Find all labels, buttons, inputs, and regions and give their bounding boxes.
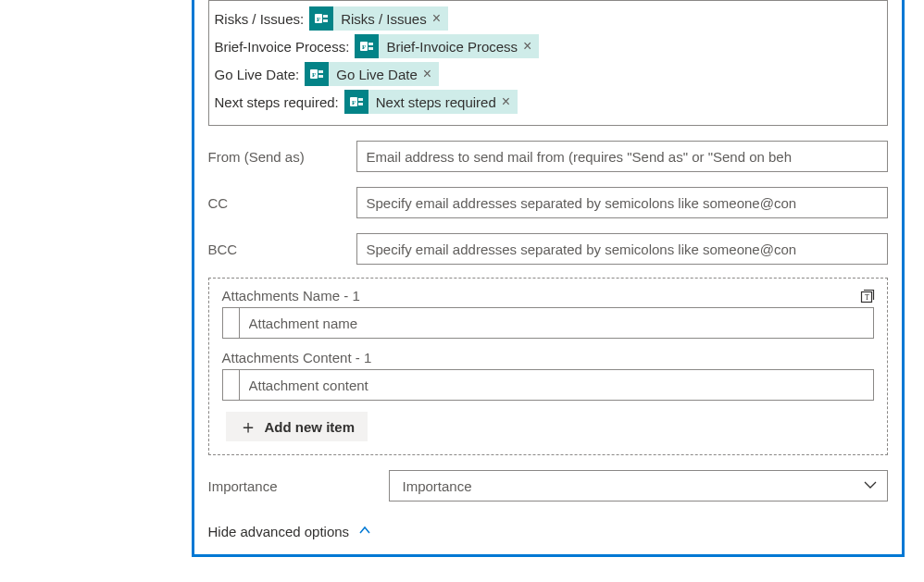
svg-rect-2: [323, 15, 328, 18]
add-new-item-label: Add new item: [265, 419, 356, 435]
attachments-name-input[interactable]: [240, 308, 873, 338]
token-text: Risks / Issues: [341, 11, 427, 27]
token-row: Brief-Invoice Process: F Brief-Invoice P…: [215, 34, 881, 58]
token-badge[interactable]: F Brief-Invoice Process ×: [355, 34, 539, 58]
svg-rect-6: [368, 43, 373, 45]
token-row: Go Live Date: F Go Live Date ×: [215, 62, 881, 86]
svg-rect-15: [358, 103, 363, 105]
token-badge[interactable]: F Next steps required ×: [344, 90, 518, 114]
forms-icon: F: [344, 90, 368, 114]
token-label: Risks / Issues:: [215, 11, 305, 27]
svg-rect-11: [318, 75, 323, 78]
token-badge[interactable]: F Go Live Date ×: [305, 62, 439, 86]
close-icon[interactable]: ×: [423, 66, 431, 82]
close-icon[interactable]: ×: [523, 38, 531, 55]
token-picker-handle[interactable]: [223, 308, 240, 338]
token-row: Risks / Issues: F Risks / Issues ×: [215, 6, 881, 31]
svg-text:F: F: [362, 43, 366, 51]
svg-text:F: F: [312, 71, 316, 79]
cc-input[interactable]: [356, 187, 888, 218]
cc-label: CC: [208, 195, 356, 211]
token-badge[interactable]: F Risks / Issues ×: [309, 6, 448, 31]
forms-icon: F: [305, 62, 329, 86]
svg-rect-7: [368, 47, 373, 50]
plus-icon: ＋: [239, 417, 257, 436]
importance-row: Importance Importance: [194, 461, 902, 505]
body-token-container: Risks / Issues: F Risks / Issues × Brief…: [208, 0, 888, 126]
from-row: From (Send as): [194, 133, 902, 180]
attachments-name-title: Attachments Name - 1: [222, 288, 874, 303]
forms-icon: F: [355, 34, 379, 58]
attachments-group: T Attachments Name - 1 Attachments Conte…: [208, 278, 888, 455]
switch-array-mode-icon[interactable]: T: [857, 286, 878, 306]
token-label: Go Live Date:: [215, 67, 300, 82]
svg-text:T: T: [865, 293, 869, 302]
token-text: Go Live Date: [336, 67, 418, 82]
from-input[interactable]: [356, 141, 888, 172]
token-text: Next steps required: [376, 94, 496, 110]
attachments-name-input-wrap: [222, 307, 874, 339]
svg-text:F: F: [352, 99, 356, 106]
chevron-down-icon: [863, 477, 878, 495]
hide-advanced-label: Hide advanced options: [208, 524, 350, 539]
add-new-item-button[interactable]: ＋ Add new item: [226, 412, 368, 441]
forms-icon: F: [309, 6, 333, 31]
token-label: Next steps required:: [215, 94, 339, 110]
importance-placeholder: Importance: [403, 478, 472, 494]
attachments-content-input-wrap: [222, 369, 874, 401]
importance-label: Importance: [208, 478, 389, 494]
action-card: Risks / Issues: F Risks / Issues × Brief…: [192, 0, 905, 557]
svg-text:F: F: [317, 16, 320, 23]
token-text: Brief-Invoice Process: [386, 39, 518, 55]
svg-rect-3: [323, 19, 328, 22]
from-label: From (Send as): [208, 149, 356, 165]
svg-rect-10: [318, 70, 323, 73]
token-row: Next steps required: F Next steps requir…: [215, 90, 881, 114]
importance-select[interactable]: Importance: [389, 470, 888, 502]
chevron-up-icon: [358, 524, 371, 539]
attachments-content-title: Attachments Content - 1: [222, 350, 874, 365]
attachments-content-input[interactable]: [240, 370, 873, 400]
cc-row: CC: [194, 180, 902, 226]
bcc-row: BCC: [194, 226, 902, 272]
svg-rect-14: [358, 98, 363, 101]
bcc-label: BCC: [208, 241, 356, 257]
bcc-input[interactable]: [356, 233, 888, 265]
token-picker-handle[interactable]: [223, 370, 240, 400]
close-icon[interactable]: ×: [432, 10, 441, 27]
token-label: Brief-Invoice Process:: [215, 39, 350, 55]
hide-advanced-options-link[interactable]: Hide advanced options: [194, 505, 386, 545]
close-icon[interactable]: ×: [502, 93, 510, 110]
